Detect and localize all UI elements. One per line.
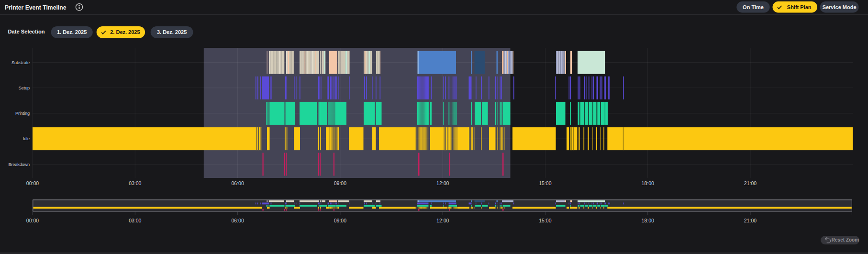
svg-text:Idle: Idle [23,136,30,141]
svg-text:12:00: 12:00 [436,180,449,186]
svg-text:Date Selection: Date Selection [8,29,45,34]
svg-text:18:00: 18:00 [642,218,654,223]
svg-text:Printer Event Timeline: Printer Event Timeline [5,4,67,11]
svg-text:18:00: 18:00 [642,180,654,186]
svg-text:00:00: 00:00 [26,218,39,223]
svg-text:06:00: 06:00 [231,218,244,223]
svg-text:Reset Zoom: Reset Zoom [832,237,859,243]
svg-text:2. Dez. 2025: 2. Dez. 2025 [110,29,140,35]
svg-text:Setup: Setup [19,86,30,90]
svg-text:06:00: 06:00 [231,180,244,186]
svg-text:09:00: 09:00 [334,180,346,186]
svg-text:21:00: 21:00 [744,180,757,186]
svg-text:03:00: 03:00 [129,218,141,223]
svg-text:3. Dez. 2025: 3. Dez. 2025 [157,29,187,35]
svg-text:Substrate: Substrate [11,60,30,65]
svg-text:12:00: 12:00 [436,218,449,223]
svg-text:00:00: 00:00 [26,180,39,186]
svg-text:Printing: Printing [15,111,30,116]
svg-text:15:00: 15:00 [539,218,551,223]
svg-text:03:00: 03:00 [129,180,141,186]
svg-text:Shift Plan: Shift Plan [787,4,812,10]
svg-text:21:00: 21:00 [744,218,757,223]
svg-text:09:00: 09:00 [334,218,346,223]
svg-text:Service Mode: Service Mode [823,4,857,10]
svg-text:1. Dez. 2025: 1. Dez. 2025 [57,29,87,35]
svg-text:15:00: 15:00 [539,180,551,186]
svg-text:Breakdown: Breakdown [8,162,30,167]
svg-text:On Time: On Time [743,4,764,10]
